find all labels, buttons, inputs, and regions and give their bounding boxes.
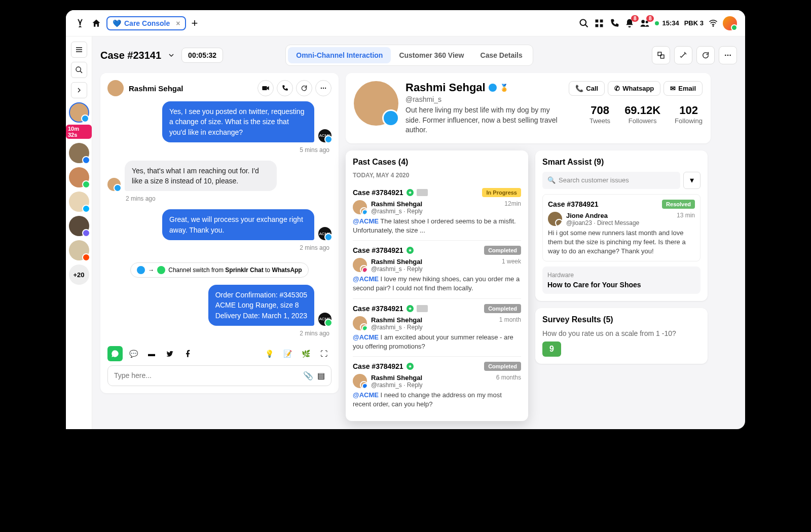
- conversation-avatar[interactable]: [69, 167, 89, 187]
- close-icon[interactable]: ×: [176, 19, 180, 27]
- user-avatar[interactable]: [723, 16, 737, 30]
- medal-icon: 🏅: [500, 84, 508, 92]
- chat-panel: Rashmi Sehgal Yes, I see you posted on t…: [100, 73, 339, 393]
- viber-icon: [82, 229, 90, 237]
- search-icon[interactable]: [71, 62, 87, 78]
- case-author: Rashmi Shehgal: [371, 316, 422, 324]
- search-icon[interactable]: [579, 18, 589, 28]
- agent-avatar: ACME: [318, 129, 331, 142]
- workspace-tab[interactable]: 💙 Care Console ×: [106, 16, 186, 30]
- past-case-item[interactable]: Case #3784921★Completed .ci-av[style*='m…: [353, 240, 521, 298]
- svg-point-5: [642, 20, 645, 23]
- status-badge: In Progress: [482, 188, 521, 197]
- case-time: 13 min: [677, 212, 695, 219]
- bell-icon[interactable]: [624, 18, 635, 28]
- past-cases-panel: Past Cases (4) TODAY, MAY 4 2020 Case #3…: [346, 150, 528, 422]
- case-time: 1 week: [502, 258, 521, 265]
- chevron-right-icon[interactable]: [71, 82, 87, 98]
- online-dot-icon: [655, 21, 659, 25]
- brand-logo-icon: [74, 17, 86, 29]
- svg-rect-2: [600, 19, 603, 22]
- profile-name: Rashmi Sehgal 🏅: [406, 81, 562, 94]
- message-out: Yes, I see you posted on twitter, reques…: [107, 101, 331, 142]
- video-icon[interactable]: [257, 80, 274, 96]
- filter-icon[interactable]: ▾: [683, 172, 701, 189]
- menu-icon[interactable]: [71, 42, 87, 58]
- popout-icon[interactable]: [652, 46, 670, 64]
- conversation-avatar[interactable]: [69, 192, 89, 212]
- profile-bio: Out here living my best life with my dog…: [406, 105, 562, 135]
- svg-rect-1: [596, 19, 599, 22]
- app-window: 💙 Care Console × + 15:34 PBK 3 10m 32s: [66, 10, 745, 429]
- case-author: Jione Andrea: [566, 212, 608, 219]
- template-icon[interactable]: ▤: [317, 371, 325, 381]
- svg-point-0: [580, 19, 586, 25]
- chat-messages: Yes, I see you posted on twitter, reques…: [107, 101, 331, 341]
- past-case-item[interactable]: Case #3784921★Completed .ci-av[style*='f…: [353, 356, 521, 414]
- refresh-icon[interactable]: [296, 80, 312, 96]
- messenger-icon: [82, 205, 90, 213]
- chat-footer: 💬 ▬ 💡 📝 🌿 ⛶ 📎: [107, 346, 331, 386]
- tab-customer-360[interactable]: Customer 360 View: [391, 47, 472, 63]
- email-button[interactable]: ✉Email: [663, 81, 703, 96]
- past-case-item[interactable]: Case #3784921★In Progress .ci-av[style*=…: [353, 183, 521, 240]
- case-id: Case #3784921: [353, 246, 403, 254]
- home-icon[interactable]: [91, 18, 101, 28]
- sprinklr-icon[interactable]: 🌿: [298, 346, 313, 361]
- case-author: Rashmi Shehgal: [371, 258, 422, 265]
- agent-avatar: ACME: [318, 313, 331, 326]
- note-icon[interactable]: 📝: [280, 346, 295, 361]
- assist-case-card[interactable]: Case #3784921 Resolved Jione Andrea13 mi…: [542, 194, 701, 262]
- people-icon[interactable]: [640, 18, 650, 28]
- message-input[interactable]: [114, 371, 299, 379]
- chat-icon[interactable]: 💬: [126, 346, 141, 361]
- status-badge: Completed: [484, 362, 521, 371]
- phone-icon[interactable]: [277, 80, 293, 96]
- twitter-icon[interactable]: [162, 346, 177, 361]
- conversation-avatar[interactable]: [69, 216, 89, 236]
- call-button[interactable]: 📞Call: [569, 81, 605, 96]
- channel-icons: 💬 ▬ 💡 📝 🌿 ⛶: [107, 346, 331, 361]
- header-actions: [652, 46, 737, 64]
- message-text: Great, we will process your exchange rig…: [162, 209, 314, 240]
- wifi-icon: [709, 19, 718, 28]
- conversation-avatar-active[interactable]: [69, 102, 89, 123]
- chevron-down-icon[interactable]: [167, 51, 175, 59]
- message-icon[interactable]: ▬: [144, 346, 159, 361]
- conversation-avatar[interactable]: [69, 143, 89, 163]
- conversation-avatar[interactable]: [69, 240, 89, 260]
- more-icon[interactable]: [719, 46, 737, 64]
- search-icon: 🔍: [547, 176, 556, 184]
- survey-question: How do you rate us on a scale from 1 -10…: [542, 329, 701, 337]
- phone-icon[interactable]: [609, 18, 619, 28]
- star-icon: ★: [407, 363, 414, 370]
- magic-wand-icon[interactable]: [674, 46, 692, 64]
- tab-omni[interactable]: Omni-Channel Interaction: [288, 47, 391, 63]
- arrow-icon: →: [148, 267, 154, 274]
- knowledge-card[interactable]: Hardware How to Care for Your Shoes: [542, 267, 701, 294]
- svg-point-13: [729, 55, 731, 56]
- expand-icon[interactable]: ⛶: [316, 346, 331, 361]
- facebook-icon[interactable]: [180, 346, 196, 361]
- tab-case-details[interactable]: Case Details: [472, 47, 531, 63]
- more-conversations[interactable]: +20: [69, 264, 89, 285]
- compose-box: 📎 ▤: [107, 365, 331, 386]
- panel-title: Survey Results (5): [542, 315, 701, 324]
- whatsapp-icon[interactable]: [107, 346, 123, 361]
- add-tab-button[interactable]: +: [191, 17, 198, 30]
- past-case-item[interactable]: Case #3784921★Completed .ci-av[style*='w…: [353, 298, 521, 356]
- message-out: Order Confirmation: #345305 ACME Long Ra…: [107, 285, 331, 326]
- lightbulb-icon[interactable]: 💡: [262, 346, 277, 361]
- refresh-icon[interactable]: [696, 46, 715, 64]
- right-side: Rashmi Sehgal 🏅 @rashmi_s Out here livin…: [346, 73, 737, 421]
- case-avatar: .ci-av[style*='wa']::after{background:va…: [353, 316, 367, 330]
- heart-icon: 💙: [113, 19, 121, 27]
- message-text: Yes, that's what I am reaching out for. …: [125, 161, 277, 192]
- apps-icon[interactable]: [594, 18, 604, 28]
- status-badge: Resolved: [662, 200, 695, 209]
- attachment-icon[interactable]: 📎: [303, 371, 313, 381]
- more-icon[interactable]: [315, 80, 331, 96]
- whatsapp-button[interactable]: ✆Whatsapp: [608, 81, 660, 96]
- search-input[interactable]: 🔍 Search customer issues: [542, 172, 680, 189]
- following-count: 102: [675, 104, 703, 117]
